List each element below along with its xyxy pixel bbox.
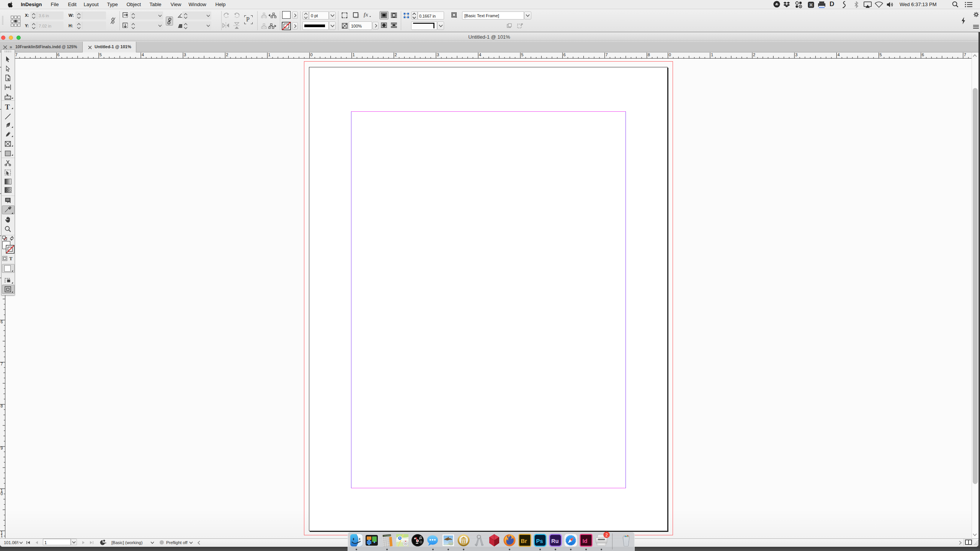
- svg-text:6: 6: [1, 320, 3, 324]
- svg-text:2: 2: [605, 533, 608, 537]
- svg-text:3: 3: [437, 52, 439, 57]
- svg-text:7: 7: [606, 52, 608, 57]
- svg-text:4: 4: [837, 52, 840, 57]
- svg-text:6: 6: [563, 52, 565, 57]
- svg-text:5: 5: [880, 52, 882, 57]
- svg-text:⌘: ⌘: [809, 3, 813, 7]
- svg-text:0: 0: [1, 491, 3, 496]
- svg-text:4: 4: [479, 52, 481, 57]
- svg-text:7: 7: [1, 362, 3, 366]
- svg-text:3D: 3D: [404, 543, 407, 545]
- svg-text:5: 5: [521, 52, 523, 57]
- svg-text:1: 1: [353, 52, 355, 57]
- svg-text:8: 8: [1, 404, 3, 408]
- svg-text:9: 9: [1, 446, 3, 450]
- svg-text:3: 3: [795, 52, 797, 57]
- svg-text:2: 2: [395, 52, 397, 57]
- svg-text:Ps: Ps: [536, 538, 543, 544]
- svg-text:7: 7: [964, 52, 966, 57]
- svg-text:2: 2: [753, 52, 755, 57]
- svg-text:7: 7: [15, 52, 17, 57]
- svg-text:0: 0: [669, 52, 671, 57]
- svg-text:1: 1: [1, 533, 3, 538]
- svg-text:8: 8: [648, 52, 650, 57]
- svg-text:Br: Br: [521, 538, 527, 544]
- svg-text:1: 1: [268, 52, 270, 57]
- svg-text:6: 6: [922, 52, 924, 57]
- svg-text:0: 0: [310, 52, 313, 57]
- svg-text:3: 3: [184, 52, 186, 57]
- svg-text:2: 2: [226, 52, 228, 57]
- svg-text:4: 4: [142, 52, 144, 57]
- svg-text:Id: Id: [582, 538, 587, 544]
- svg-text:6: 6: [57, 52, 60, 57]
- svg-text:5: 5: [100, 52, 102, 57]
- svg-text:Ru: Ru: [551, 538, 559, 544]
- svg-text:1: 1: [711, 52, 713, 57]
